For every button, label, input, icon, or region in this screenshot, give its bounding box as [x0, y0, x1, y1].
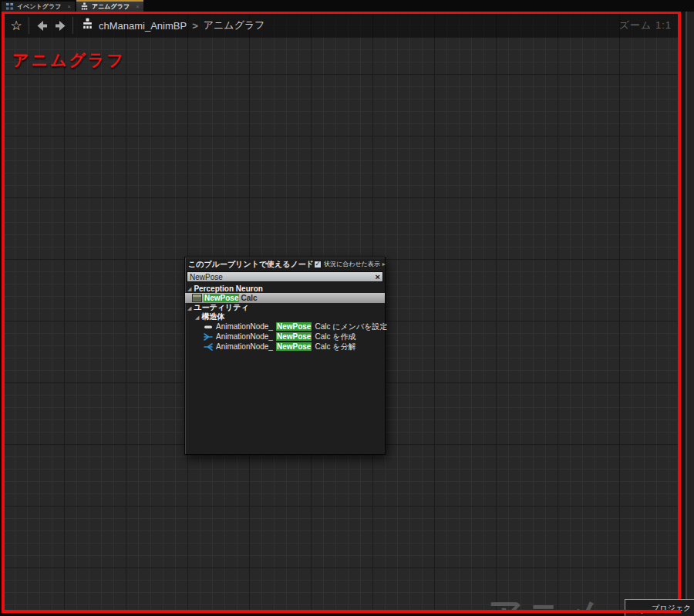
item-label: Calc: [241, 294, 257, 302]
node-item-set-members[interactable]: AnimationNode_NewPoseCalc にメンバを設定: [185, 321, 385, 332]
match-highlight: NewPose: [276, 332, 312, 341]
node-results-tree: ◢ Perception Neuron NewPoseCalc ◢ ユーティリテ…: [185, 284, 385, 352]
document-tab-bar: イベントグラフ × アニムグラフ ×: [0, 0, 694, 12]
check-icon: ✓: [315, 261, 321, 268]
notification-popup[interactable]: プロジェク: [625, 599, 694, 616]
toolbar-divider: [72, 17, 73, 34]
panel-splitter[interactable]: [681, 12, 694, 616]
favorite-star-button[interactable]: ☆: [7, 16, 25, 35]
node-search-field[interactable]: NewPose ×: [187, 271, 383, 282]
match-highlight: NewPose: [276, 322, 312, 331]
navigate-back-button[interactable]: [32, 16, 51, 35]
breadcrumb-separator-icon: >: [192, 20, 198, 32]
navigate-forward-button[interactable]: [51, 16, 69, 35]
tab-anim-graph[interactable]: アニムグラフ ×: [76, 0, 143, 12]
item-label: AnimationNode_: [216, 342, 273, 351]
context-menu-title: このブループリントで使えるノード: [188, 259, 314, 270]
forward-arrow-icon: [53, 19, 68, 32]
graph-title-label: アニムグラフ: [12, 49, 126, 71]
annotation-border-right: [678, 12, 681, 613]
context-sensitive-checkbox[interactable]: ✓: [314, 261, 322, 268]
expander-icon: ◢: [195, 315, 199, 320]
splitter-fill: [687, 12, 694, 616]
item-label: AnimationNode_: [216, 332, 273, 341]
anim-graph-icon: [80, 2, 89, 11]
context-sensitive-toggle[interactable]: ✓ 状況に合わせた表示 ▸: [314, 260, 386, 268]
annotation-border-top: [2, 12, 681, 14]
blueprint-editor-window: イベントグラフ × アニムグラフ × アニメーション ☆: [0, 0, 694, 616]
node-context-menu: このブループリントで使えるノード ✓ 状況に合わせた表示 ▸ NewPose ×…: [184, 257, 386, 455]
category-perception-neuron[interactable]: ◢ Perception Neuron: [185, 284, 385, 293]
category-label: Perception Neuron: [194, 284, 262, 293]
tab-event-graph[interactable]: イベントグラフ ×: [2, 2, 75, 12]
node-item-make-struct[interactable]: AnimationNode_NewPoseCalc を作成: [185, 332, 385, 342]
category-label: 構造体: [201, 311, 224, 322]
struct-node-icon: [192, 294, 202, 302]
star-icon: ☆: [10, 19, 22, 32]
item-label: AnimationNode_: [216, 322, 273, 331]
toolbar-divider: [29, 17, 29, 34]
submenu-arrow-icon: ▸: [382, 261, 386, 268]
node-item-break-struct[interactable]: AnimationNode_NewPoseCalc を分解: [185, 342, 385, 352]
tab-label: イベントグラフ: [17, 2, 61, 11]
break-struct-icon: [204, 343, 213, 351]
tab-label: アニムグラフ: [92, 2, 130, 11]
context-sensitive-label: 状況に合わせた表示: [324, 260, 380, 268]
match-highlight: NewPose: [204, 294, 239, 302]
context-menu-header: このブループリントで使えるノード ✓ 状況に合わせた表示 ▸: [185, 258, 385, 271]
item-label: Calc を分解: [315, 342, 355, 352]
expander-icon: ◢: [187, 286, 191, 291]
event-graph-icon: [5, 2, 14, 11]
back-arrow-icon: [35, 19, 49, 32]
close-icon[interactable]: ×: [67, 3, 71, 10]
breadcrumb-root[interactable]: chManami_AnimBP: [99, 20, 187, 32]
expander-icon: ◢: [187, 305, 191, 311]
anim-blueprint-icon: [81, 18, 94, 33]
match-highlight: NewPose: [276, 342, 312, 351]
item-label: Calc を作成: [315, 332, 355, 342]
item-label: Calc にメンバを設定: [315, 321, 387, 332]
clear-search-icon[interactable]: ×: [376, 273, 380, 281]
category-struct[interactable]: ◢ 構造体: [185, 312, 385, 321]
search-value: NewPose: [190, 273, 223, 281]
annotation-border-left: [2, 12, 5, 613]
graph-toolbar: ☆ chManami_AnimBP > アニムグラフ ズーム 1:1: [2, 13, 679, 38]
zoom-level-indicator: ズーム 1:1: [619, 19, 672, 32]
make-struct-icon: [204, 333, 213, 341]
set-members-icon: [204, 323, 213, 331]
breadcrumb-current: アニムグラフ: [204, 19, 265, 32]
close-icon[interactable]: ×: [136, 3, 140, 10]
annotation-border-bottom: [2, 610, 681, 613]
